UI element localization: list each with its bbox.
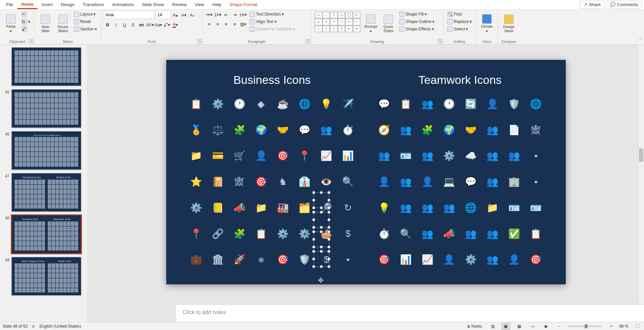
slide-icon[interactable]: 📋 <box>396 93 415 115</box>
sorter-view-button[interactable]: ▦ <box>515 323 524 330</box>
slide-icon[interactable]: 👥 <box>418 93 437 115</box>
slide-icon[interactable]: ⚙️ <box>208 93 227 115</box>
find-button[interactable]: 🔍Find <box>446 11 473 18</box>
slide-icon[interactable]: • <box>527 170 545 193</box>
slide-icon[interactable]: 👥 <box>483 119 502 141</box>
slide-icon[interactable]: ☕ <box>274 93 293 115</box>
slide-icon[interactable]: 👥 <box>418 196 437 219</box>
slide-icon[interactable]: ⚙️ <box>461 248 480 271</box>
slide-icon[interactable]: 💬 <box>374 93 393 115</box>
drawing-dialog-launcher[interactable]: ↘ <box>438 39 442 43</box>
reset-button[interactable]: Reset <box>72 18 98 25</box>
new-slide-button[interactable]: New Slide <box>37 11 53 37</box>
slide-icon[interactable]: 🎯 <box>527 248 545 271</box>
slide-icon[interactable]: ⏱️ <box>374 222 393 245</box>
line-spacing-button[interactable]: ‡≡▾ <box>239 11 247 18</box>
slide-icon[interactable]: 👥 <box>418 222 437 245</box>
slide-icon[interactable]: 👥 <box>483 170 502 193</box>
font-dialog-launcher[interactable]: ↘ <box>197 39 201 43</box>
increase-indent-button[interactable]: ⇥ <box>231 11 238 18</box>
char-spacing-button[interactable]: AV▾ <box>146 21 154 28</box>
slide-icon[interactable]: 🚀 <box>230 248 249 271</box>
slide-icon[interactable]: 🎯 <box>374 248 393 271</box>
clipboard-dialog-launcher[interactable]: ↘ <box>29 39 33 43</box>
slide-icon[interactable]: 📁 <box>483 196 502 219</box>
zoom-out-button[interactable]: − <box>556 324 562 329</box>
align-left-button[interactable]: ≡ <box>206 20 213 28</box>
change-case-button[interactable]: Aa▾ <box>155 21 162 28</box>
slide-icon[interactable]: 🛡️ <box>505 93 524 115</box>
tab-help[interactable]: Help <box>208 1 226 8</box>
highlight-button[interactable]: 🖍▾ <box>163 21 171 28</box>
collapse-ribbon-button[interactable]: ˄ <box>637 38 643 44</box>
slide-icon[interactable]: 🕸 <box>527 119 545 141</box>
slide-icon[interactable]: ✈️ <box>339 93 358 115</box>
increase-font-button[interactable]: A▴ <box>172 11 179 19</box>
slide-icon[interactable]: 💬 <box>295 119 314 141</box>
slide-icon[interactable]: 🔍 <box>339 170 358 193</box>
slide-thumbnails-panel[interactable]: 45 46 ...and our sets of editable icons … <box>0 45 88 322</box>
align-right-button[interactable]: ≡ <box>222 20 230 28</box>
slide-icon[interactable]: ⚙️ <box>187 196 206 219</box>
comments-button[interactable]: 💬Comments <box>606 1 642 8</box>
slide-icon[interactable]: 📣 <box>230 196 249 219</box>
thumbnail-47[interactable]: 47 Educational IconsMedical Icons <box>0 172 88 214</box>
slide-icon[interactable]: 📁 <box>252 196 271 219</box>
select-button[interactable]: Select▾ <box>446 26 473 32</box>
slide-icon[interactable]: 👤 <box>483 93 502 115</box>
slide-icon[interactable]: 🧩 <box>230 119 249 141</box>
slide-icon[interactable]: 👥 <box>418 145 437 167</box>
slide-icon[interactable]: 🌐 <box>295 93 314 115</box>
slide-icon[interactable]: 📈 <box>418 248 437 271</box>
thumbnail-44[interactable] <box>0 47 88 89</box>
numbering-button[interactable]: 1≡▾ <box>214 11 221 18</box>
slide-icon[interactable]: 👥 <box>483 248 502 271</box>
slide-icon[interactable]: 💡 <box>374 196 393 219</box>
tab-design[interactable]: Design <box>57 1 79 8</box>
slide-icon[interactable]: 💡 <box>317 93 336 115</box>
slide-icon[interactable]: 👥 <box>505 145 524 167</box>
slide-icon[interactable]: 🎯 <box>274 248 293 271</box>
convert-smartart-button[interactable]: Convert to SmartArt▾ <box>248 26 296 32</box>
slideshow-view-button[interactable]: ▶ <box>542 323 551 330</box>
slide-icon[interactable]: 🕐 <box>230 93 249 115</box>
shape-fill-button[interactable]: Shape Fill▾ <box>398 11 436 18</box>
slide-icon[interactable]: 👥 <box>461 222 480 245</box>
share-button[interactable]: ↗Share <box>580 1 604 8</box>
display-settings-button[interactable]: ▥ <box>489 324 497 329</box>
slide-icon[interactable]: 📁 <box>187 145 206 167</box>
justify-button[interactable]: ≡ <box>231 20 238 28</box>
underline-button[interactable]: U <box>121 21 128 28</box>
slide-icon[interactable]: 🏛️ <box>208 248 227 271</box>
slide-icon[interactable]: 🌍 <box>252 119 271 141</box>
tab-review[interactable]: Review <box>168 1 191 8</box>
slide-icon[interactable]: 💼 <box>187 248 206 271</box>
slide-icon[interactable]: 👥 <box>439 196 458 219</box>
slide-icon[interactable]: 🔄 <box>461 93 480 115</box>
slide-icon[interactable]: 📊 <box>339 145 358 167</box>
copy-button[interactable]: ⧉▾ <box>20 18 31 25</box>
slide-icon[interactable]: ⚙️ <box>295 222 314 245</box>
slide-icon[interactable]: ↻ <box>339 196 358 219</box>
shape-selection-2[interactable] <box>314 212 329 228</box>
slide-icon[interactable]: 🔗 <box>208 222 227 245</box>
slide-icon[interactable]: 🤝 <box>461 119 480 141</box>
slide-icon[interactable]: 👔 <box>295 170 314 193</box>
vertical-scrollbar[interactable] <box>638 45 644 304</box>
slide-icon[interactable]: ⏱️ <box>339 119 358 141</box>
text-direction-button[interactable]: Text Direction▾ <box>248 11 296 18</box>
shape-outline-button[interactable]: Shape Outline▾ <box>398 18 436 25</box>
decrease-indent-button[interactable]: ⇤ <box>222 11 230 18</box>
normal-view-button[interactable]: ▣ <box>501 323 510 330</box>
tab-home[interactable]: Home <box>17 0 38 9</box>
slide-icon[interactable]: 🏭 <box>274 196 293 219</box>
current-slide[interactable]: Business Icons 📋⚙️🕐◆☕🌐💡✈️🏅⚖️🧩🌍🤝💬👥⏱️📁💳🛒👤🎯… <box>166 60 566 284</box>
slide-icon[interactable]: ✅ <box>505 222 524 245</box>
strike-button[interactable]: ab <box>138 21 145 28</box>
tab-view[interactable]: View <box>191 1 208 8</box>
replace-button[interactable]: Replace▾ <box>446 18 473 25</box>
slide-icon[interactable]: 📊 <box>396 248 415 271</box>
slide-icon[interactable]: 🧩 <box>230 222 249 245</box>
shape-effects-button[interactable]: Shape Effects▾ <box>398 26 436 32</box>
slide-icon[interactable]: 🗂️ <box>295 196 314 219</box>
